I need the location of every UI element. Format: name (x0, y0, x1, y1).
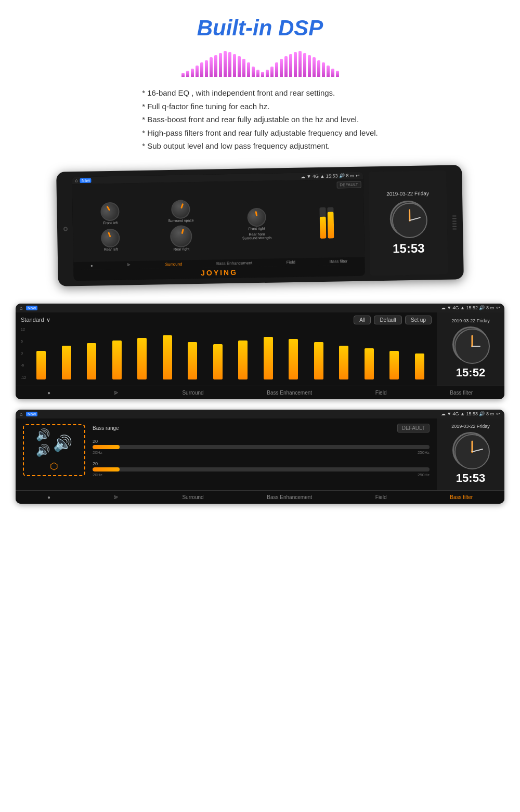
eq-bar-col-13[interactable] (357, 348, 382, 379)
chevron-down-icon: ∨ (46, 317, 50, 323)
eq-bar-col-8[interactable] (231, 340, 255, 379)
header-eq-bar (303, 53, 306, 77)
eq-default-button[interactable]: Default (374, 316, 402, 324)
bass-tab-bass-enhancement[interactable]: Bass Enhancement (263, 493, 316, 501)
bass-with-clock: 🔊 🔊 🔊 ⬡ Bass range DEFAULT (16, 418, 504, 490)
bass-range-2: 20Hz 250Hz (93, 473, 430, 477)
bass-tab-field[interactable]: Field (371, 493, 391, 501)
eq-home-icon: ⌂ (20, 305, 23, 311)
eq-bar-15 (415, 353, 424, 379)
eq-bar-col-6[interactable] (180, 342, 205, 379)
tab-bass-enhancement-1[interactable]: Bass Enhancement (216, 260, 253, 266)
scale-value: 6 (21, 339, 26, 343)
header-eq-bar (256, 70, 259, 77)
home-icon: ⌂ (75, 178, 78, 183)
bass-fill-1 (93, 445, 120, 449)
device3-date: 2019-03-22 Friday (451, 424, 490, 429)
knob-front-right[interactable] (245, 206, 267, 228)
bass-track-1[interactable] (93, 445, 430, 449)
header-eq-bar (228, 52, 231, 77)
eq-tab-bass-enhancement[interactable]: Bass Enhancement (263, 389, 316, 397)
device3-clock-panel: 2019-03-22 Friday 15:53 (437, 418, 504, 490)
side-vents-1 (452, 215, 457, 229)
header-eq-bar (331, 69, 334, 77)
eq-status-bar: ⌂ Navi ☁ ▼ 4G ▲ 15:52 🔊 8 ▭ ↩ (16, 304, 504, 312)
header-eq-bar (298, 51, 302, 77)
eq-bar-col-10[interactable] (281, 339, 306, 379)
eq-bar-col-1[interactable] (55, 346, 79, 379)
eq-bar-col-9[interactable] (256, 337, 281, 379)
eq-scale: 1260-6-12 (21, 328, 28, 379)
eq-bars-container (29, 328, 432, 379)
eq-bar-8 (238, 340, 248, 379)
tab-surround-1[interactable]: Surround (165, 261, 183, 267)
eq-bar-0 (36, 351, 46, 379)
header-section: Built-in DSP * 16-band EQ , with indepen… (0, 0, 520, 163)
eq-controls-top: Standard ∨ All Default Set up (21, 316, 432, 324)
eq-bar-col-2[interactable] (80, 343, 104, 379)
knob-rear-right[interactable] (168, 222, 194, 249)
eq-bar-col-3[interactable] (105, 340, 129, 379)
eq-tab-bass-filter[interactable]: Bass filter (446, 389, 477, 397)
device2-section: ⌂ Navi ☁ ▼ 4G ▲ 15:52 🔊 8 ▭ ↩ Standard ∨… (16, 304, 504, 399)
feature-item-1: * Full q-factor fine tuning for each hz. (142, 100, 378, 113)
feature-item-0: * 16-band EQ , with independent front an… (142, 86, 378, 100)
header-eq-bar (186, 71, 189, 77)
header-eq-bar (280, 59, 283, 77)
header-eq-bar (327, 66, 330, 77)
scale-value: 12 (21, 328, 26, 331)
eq-bar-col-14[interactable] (382, 351, 407, 379)
header-eq-bar (317, 60, 320, 77)
header-eq-bar (219, 53, 222, 77)
eq-bar-col-11[interactable] (307, 342, 331, 379)
eq-standard-dropdown[interactable]: Standard ∨ (21, 317, 50, 323)
scale-value: -12 (21, 376, 26, 379)
device1-time: 15:53 (393, 240, 425, 255)
eq-bar-col-5[interactable] (155, 335, 180, 379)
bass-default-button[interactable]: DEFAULT (397, 424, 430, 433)
header-eq-bar (224, 51, 227, 77)
eq-setup-button[interactable]: Set up (405, 316, 432, 324)
tab-field-1[interactable]: Field (287, 259, 295, 264)
eq-all-button[interactable]: All (354, 316, 371, 324)
strength-bar-1 (319, 207, 326, 238)
device1-screen: ⌂ Navi ☁ ▼ 4G ▲ 15:53 🔊 8 ▭ ↩ Front left… (72, 172, 365, 281)
eq-bar-col-7[interactable] (206, 344, 230, 379)
eq-bar-col-0[interactable] (29, 351, 54, 379)
header-eq-bar (205, 60, 208, 77)
knob-surround-space[interactable] (169, 197, 193, 221)
header-eq-bar (275, 62, 278, 77)
eq-bar-11 (314, 342, 323, 379)
device3-analog-clock (452, 432, 489, 468)
bass-speaker-section: 🔊 🔊 🔊 ⬡ Bass range DEFAULT (23, 424, 430, 477)
eq-tab-surround[interactable]: Surround (178, 389, 207, 397)
bass-tab-surround[interactable]: Surround (178, 493, 207, 501)
header-eq-bar (308, 55, 311, 77)
device1-outer: ⌂ Navi ☁ ▼ 4G ▲ 15:53 🔊 8 ▭ ↩ Front left… (56, 165, 464, 286)
header-eq-bar (233, 54, 236, 77)
knob-front-left[interactable] (97, 198, 123, 224)
bass-dot: ● (43, 493, 55, 501)
device2-clock-panel: 2019-03-22 Friday 15:52 (437, 312, 504, 386)
eq-tab-field[interactable]: Field (371, 389, 391, 397)
feature-list: * 16-band EQ , with independent front an… (121, 86, 399, 153)
device2-time: 15:52 (456, 366, 485, 379)
tab-bass-filter-1[interactable]: Bass filter (329, 259, 347, 264)
eq-main-panel: Standard ∨ All Default Set up 1260-6-12 (16, 312, 437, 386)
eq-bar-col-15[interactable] (408, 353, 432, 379)
eq-bar-2 (87, 343, 96, 379)
eq-bar-col-4[interactable] (130, 338, 154, 379)
bass-range-1: 20Hz 250Hz (93, 450, 430, 455)
eq-icon: ⫸ (110, 389, 123, 397)
knob-rear-left[interactable] (99, 226, 123, 250)
eq-dot: ● (43, 389, 55, 397)
scale-value: 0 (21, 351, 26, 355)
eq-bar-13 (365, 348, 374, 379)
eq-bar-col-12[interactable] (332, 346, 356, 379)
bass-track-2[interactable] (93, 467, 430, 472)
device2-date: 2019-03-22 Friday (451, 318, 490, 323)
bass-tab-bass-filter[interactable]: Bass filter (446, 493, 477, 501)
device1-analog-clock (389, 200, 426, 237)
eq-with-clock: Standard ∨ All Default Set up 1260-6-12 (16, 312, 504, 386)
eq-bar-6 (188, 342, 197, 379)
